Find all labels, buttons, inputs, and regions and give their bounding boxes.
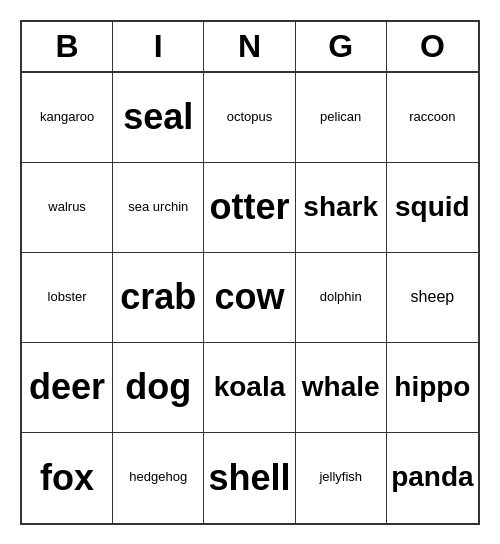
cell-text: fox <box>40 458 94 498</box>
cell-text: sea urchin <box>128 200 188 214</box>
cell-text: dolphin <box>320 290 362 304</box>
bingo-cell: fox <box>22 433 113 523</box>
bingo-cell: kangaroo <box>22 73 113 163</box>
cell-text: seal <box>123 97 193 137</box>
bingo-cell: squid <box>387 163 478 253</box>
cell-text: hedgehog <box>129 470 187 484</box>
bingo-cell: dolphin <box>296 253 387 343</box>
cell-text: hippo <box>394 372 470 403</box>
bingo-cell: hedgehog <box>113 433 204 523</box>
bingo-cell: shark <box>296 163 387 253</box>
cell-text: raccoon <box>409 110 455 124</box>
cell-text: walrus <box>48 200 86 214</box>
cell-text: lobster <box>48 290 87 304</box>
cell-text: jellyfish <box>319 470 362 484</box>
cell-text: koala <box>214 372 286 403</box>
bingo-cell: lobster <box>22 253 113 343</box>
header-letter: O <box>387 22 478 71</box>
cell-text: shell <box>208 458 290 498</box>
cell-text: crab <box>120 277 196 317</box>
bingo-cell: raccoon <box>387 73 478 163</box>
bingo-card: BINGO kangaroosealoctopuspelicanraccoonw… <box>20 20 480 525</box>
cell-text: pelican <box>320 110 361 124</box>
cell-text: cow <box>214 277 284 317</box>
cell-text: shark <box>303 192 378 223</box>
header-letter: G <box>296 22 387 71</box>
bingo-cell: koala <box>204 343 295 433</box>
cell-text: squid <box>395 192 470 223</box>
bingo-cell: hippo <box>387 343 478 433</box>
bingo-cell: shell <box>204 433 295 523</box>
bingo-cell: sea urchin <box>113 163 204 253</box>
cell-text: deer <box>29 367 105 407</box>
bingo-cell: seal <box>113 73 204 163</box>
cell-text: sheep <box>411 288 455 306</box>
bingo-cell: octopus <box>204 73 295 163</box>
bingo-cell: deer <box>22 343 113 433</box>
bingo-cell: crab <box>113 253 204 343</box>
bingo-grid: kangaroosealoctopuspelicanraccoonwalruss… <box>22 73 478 523</box>
cell-text: kangaroo <box>40 110 94 124</box>
cell-text: otter <box>209 187 289 227</box>
header-letter: B <box>22 22 113 71</box>
bingo-header: BINGO <box>22 22 478 73</box>
cell-text: panda <box>391 462 473 493</box>
header-letter: I <box>113 22 204 71</box>
cell-text: octopus <box>227 110 273 124</box>
bingo-cell: cow <box>204 253 295 343</box>
bingo-cell: jellyfish <box>296 433 387 523</box>
bingo-cell: dog <box>113 343 204 433</box>
cell-text: whale <box>302 372 380 403</box>
bingo-cell: pelican <box>296 73 387 163</box>
bingo-cell: walrus <box>22 163 113 253</box>
bingo-cell: sheep <box>387 253 478 343</box>
bingo-cell: panda <box>387 433 478 523</box>
bingo-cell: whale <box>296 343 387 433</box>
header-letter: N <box>204 22 295 71</box>
cell-text: dog <box>125 367 191 407</box>
bingo-cell: otter <box>204 163 295 253</box>
